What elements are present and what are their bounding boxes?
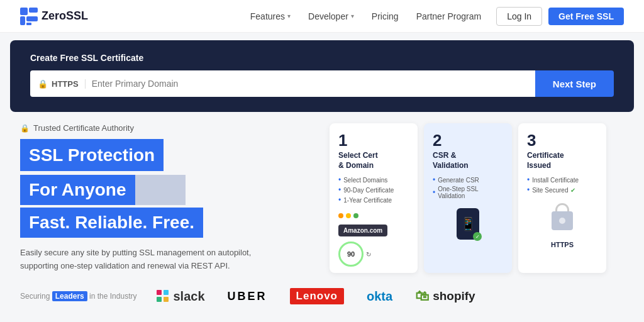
logo-icon [20,8,38,25]
nav-pricing[interactable]: Pricing [372,11,399,21]
step-3-bullets: Install Certificate Site Secured ✔ [527,175,597,196]
step-3-title: CertificateIssued [527,151,597,170]
timer-refresh-icon: ↻ [366,251,371,258]
headline-grey-box [135,175,186,205]
brand-lenovo: Lenovo [290,288,344,304]
logos-label-post: in the Industry [89,292,136,301]
slack-sq-3 [157,297,162,302]
lock-shackle [555,203,569,212]
nav-buttons: Log In Get Free SSL [496,7,624,26]
hero-title: Create Free SSL Certificate [30,53,614,63]
nav-partner-program[interactable]: Partner Program [416,11,481,21]
logos-label-highlight: Leaders [52,291,87,301]
dot-orange [338,213,343,218]
hero-section: Create Free SSL Certificate 🔒 HTTPS Next… [10,40,634,112]
step-1-visual: Amazon.com 90 ↻ [338,213,409,267]
slack-icon [157,290,169,303]
logo[interactable]: ZeroSSL [20,8,88,25]
step-2-title: CSR &Validation [433,151,503,170]
svg-rect-2 [20,16,25,25]
logo-text: ZeroSSL [42,9,88,23]
step-3-visual: HTTPS [527,203,597,248]
step-1-bullet-2: 90-Day Certificate [338,186,409,194]
dot-yellow [346,213,351,218]
step-1-number: 1 [338,132,409,148]
step-3-https-label: HTTPS [551,241,574,248]
login-button[interactable]: Log In [496,7,542,26]
step-3-number: 3 [527,132,597,148]
lock-small-icon: 🔒 [20,124,30,133]
dot-green [353,213,358,218]
step-card-1: 1 Select Cert& Domain Select Domains 90-… [330,123,418,273]
domain-input[interactable] [92,79,528,89]
logos-bar: Securing Leaders in the Industry slack U… [0,279,644,313]
headline-1: SSL Protection [20,139,164,171]
svg-rect-4 [26,23,31,25]
step-3-bullet-1: Install Certificate [527,175,597,184]
slack-sq-1 [157,290,162,295]
timer-circle: 90 [338,242,364,267]
step-2-bullets: Generate CSR One-Step SSLValidation [433,175,503,201]
svg-rect-0 [20,8,28,15]
step-2-bullet-1: Generate CSR [433,175,503,184]
step-2-number: 2 [433,132,503,148]
shopify-icon: 🛍 [415,288,429,304]
timer-row: 90 ↻ [338,242,371,267]
headline-2: For Anyone [20,175,135,205]
slack-text: slack [173,289,204,304]
lock-hole [559,218,565,224]
verified-icon: ✓ [473,232,482,241]
step-card-3: 3 CertificateIssued Install Certificate … [518,123,606,273]
get-free-ssl-button[interactable]: Get Free SSL [548,8,624,25]
domain-input-wrapper: 🔒 HTTPS [30,70,535,97]
https-label: HTTPS [52,79,86,89]
main-content: 🔒 Trusted Certificate Authority SSL Prot… [0,112,644,273]
shopify-text: shopify [433,289,475,303]
step-3-bullet-2: Site Secured ✔ [527,186,597,194]
ssl-lock-icon [548,203,576,236]
next-step-button[interactable]: Next Step [535,70,614,97]
nav-links: Features ▾ Developer ▾ Pricing Partner P… [250,11,481,21]
step-1-bullet-3: 1-Year Certificate [338,196,409,204]
headline-row-3: Fast. Reliable. Free. [20,208,309,244]
fingerprint-icon: 📱 [460,216,476,231]
step-1-bullets: Select Domains 90-Day Certificate 1-Year… [338,175,409,206]
domain-input-row: 🔒 HTTPS Next Step [30,70,614,97]
step-1-title: Select Cert& Domain [338,151,409,170]
steps-column: 1 Select Cert& Domain Select Domains 90-… [330,123,606,273]
left-column: 🔒 Trusted Certificate Authority SSL Prot… [20,123,309,273]
nav-developer[interactable]: Developer ▾ [308,11,354,21]
svg-rect-3 [26,16,38,21]
logos-label: Securing Leaders in the Industry [20,292,136,301]
headline-row-1: SSL Protection [20,139,309,172]
nav-features[interactable]: Features ▾ [250,11,291,21]
navbar: ZeroSSL Features ▾ Developer ▾ Pricing P… [0,0,644,33]
phone-icon: 📱 ✓ [457,208,479,240]
lock-icon: 🔒 [38,79,48,89]
tagline: Easily secure any site by putting SSL ma… [20,247,259,273]
logos-label-pre: Securing [20,292,50,301]
step-1-bullet-1: Select Domains [338,175,409,184]
trusted-label: Trusted Certificate Authority [33,123,134,133]
brand-okta: okta [367,289,392,304]
chevron-down-icon: ▾ [287,13,291,19]
headline-3: Fast. Reliable. Free. [20,208,203,238]
brand-logos: slack UBER Lenovo okta 🛍 shopify [157,288,475,304]
brand-slack: slack [157,289,204,304]
slack-sq-2 [164,290,169,295]
dots-row [338,213,358,218]
trusted-badge: 🔒 Trusted Certificate Authority [20,123,309,133]
svg-rect-1 [29,8,38,13]
lock-body [552,211,573,230]
step-2-bullet-2: One-Step SSLValidation [433,186,503,199]
brand-shopify: 🛍 shopify [415,288,475,304]
step-card-2: 2 CSR &Validation Generate CSR One-Step … [424,123,512,273]
domain-tag: Amazon.com [338,225,387,236]
slack-sq-4 [164,297,169,302]
brand-uber: UBER [228,290,267,303]
chevron-down-icon: ▾ [351,13,354,19]
step-2-visual: 📱 ✓ [433,208,503,240]
headline-row-2: For Anyone [20,175,309,205]
